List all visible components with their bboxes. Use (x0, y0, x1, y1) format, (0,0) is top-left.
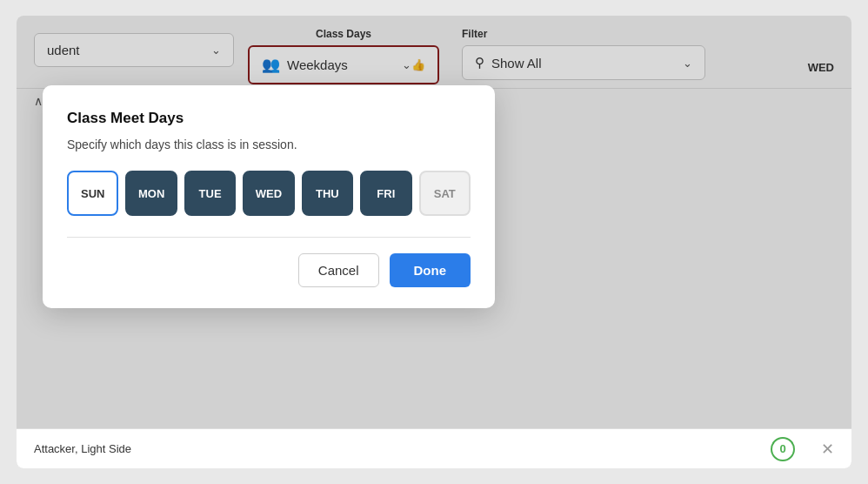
class-meet-days-modal: Class Meet Days Specify which days this … (43, 85, 495, 308)
day-btn-tue[interactable]: TUE (184, 171, 236, 216)
x-icon: ✕ (821, 440, 834, 459)
green-badge: 0 (771, 437, 795, 461)
day-btn-mon[interactable]: MON (125, 171, 177, 216)
day-btn-fri[interactable]: FRI (360, 171, 411, 216)
modal-description: Specify which days this class is in sess… (67, 138, 471, 151)
day-btn-sat[interactable]: SAT (419, 171, 471, 216)
modal-divider (67, 237, 471, 238)
student-name: Attacker, Light Side (34, 442, 131, 455)
modal-title: Class Meet Days (67, 110, 471, 127)
day-btn-wed[interactable]: WED (243, 171, 294, 216)
day-btn-thu[interactable]: THU (302, 171, 353, 216)
modal-overlay: Class Meet Days Specify which days this … (17, 16, 851, 468)
modal-actions: Cancel Done (67, 253, 471, 287)
done-button[interactable]: Done (390, 253, 471, 287)
cancel-button[interactable]: Cancel (298, 253, 379, 287)
day-btn-sun[interactable]: SUN (67, 171, 118, 216)
day-buttons-group: SUN MON TUE WED THU FRI SAT (67, 171, 471, 216)
bottom-row: Attacker, Light Side 0 ✕ (17, 428, 851, 468)
